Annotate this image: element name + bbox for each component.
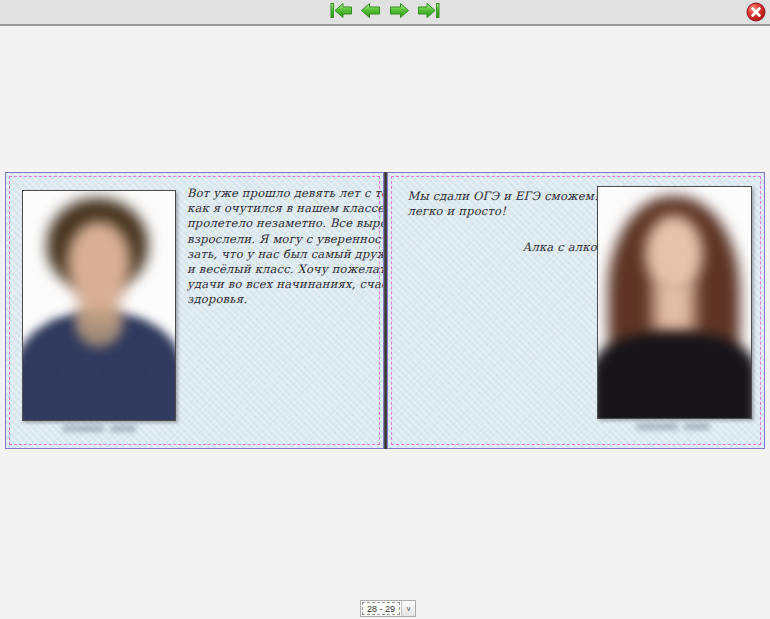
previous-page-button[interactable] <box>358 2 383 21</box>
next-page-button[interactable] <box>387 2 412 21</box>
spread-select-value: 28 - 29 <box>362 602 400 615</box>
blurred-name-part <box>636 423 678 430</box>
blurred-name-part <box>110 425 136 432</box>
album-page-right[interactable]: Мы сдали ОГЭ и ЕГЭ сможем!! Все легко и … <box>387 172 766 449</box>
previous-page-icon <box>358 2 383 22</box>
photo-face-shape <box>645 215 703 294</box>
text-line: здоровья. <box>187 292 384 307</box>
text-line: Мы сдали ОГЭ и ЕГЭ сможем!! Все <box>408 189 606 204</box>
album-spread: Вот уже прошло девять лет с тех пор, как… <box>5 172 765 449</box>
last-page-icon <box>416 2 441 22</box>
handwritten-wish-text: Мы сдали ОГЭ и ЕГЭ сможем!! Все легко и … <box>408 189 606 256</box>
text-line: зать, что у нас был самый дружелюбный <box>187 247 384 262</box>
navigation-buttons <box>329 2 441 21</box>
blurred-name-part <box>684 423 710 430</box>
photo-caption-blurred <box>616 423 731 430</box>
text-line: Вот уже прошло девять лет с тех пор, <box>187 186 384 201</box>
first-page-button[interactable] <box>329 2 354 21</box>
text-line: легко и просто! <box>408 204 606 219</box>
portrait-photo-woman <box>597 186 752 419</box>
text-line: и весёлый класс. Хочу пожелать всем <box>187 262 384 277</box>
last-page-button[interactable] <box>416 2 441 21</box>
photo-top-shape <box>597 333 752 419</box>
close-button[interactable] <box>746 2 766 22</box>
spread-select-dropdown[interactable]: 28 - 29 ∨ <box>360 600 416 617</box>
signature-line: Алка с алко) <box>408 240 606 255</box>
album-page-left[interactable]: Вот уже прошло девять лет с тех пор, как… <box>5 172 384 449</box>
close-icon <box>746 10 766 25</box>
blurred-name-part <box>62 425 104 432</box>
handwritten-farewell-text: Вот уже прошло девять лет с тех пор, как… <box>187 186 384 308</box>
chevron-down-icon[interactable]: ∨ <box>401 601 415 616</box>
text-line: взрослели. Я могу с уверенностью ска- <box>187 232 384 247</box>
toolbar <box>0 0 770 26</box>
next-page-icon <box>387 2 412 22</box>
portrait-photo-man <box>22 190 176 421</box>
photo-caption-blurred <box>44 425 154 432</box>
photo-face-shape <box>67 221 131 303</box>
first-page-icon <box>329 2 354 22</box>
text-line: удачи во всех начинаниях, счастья и <box>187 277 384 292</box>
text-line: пролетело незаметно. Все выросли, по- <box>187 216 384 231</box>
album-viewer-window: Вот уже прошло девять лет с тех пор, как… <box>0 0 770 619</box>
photo-collar-shape <box>78 310 121 347</box>
text-line: как я очутился в нашем классе. Время <box>187 201 384 216</box>
